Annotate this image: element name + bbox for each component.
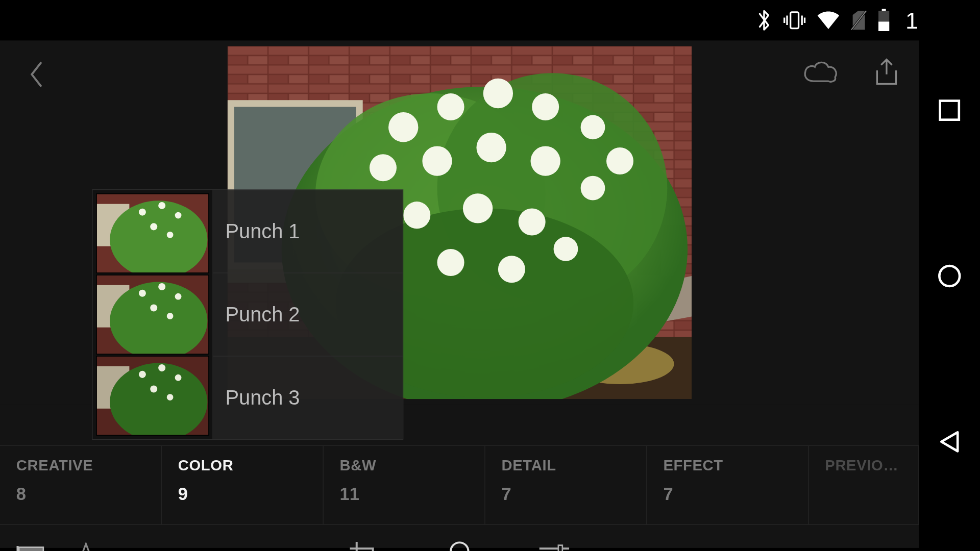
svg-point-50 (158, 283, 165, 290)
svg-point-44 (150, 223, 157, 230)
adjust-button[interactable] (534, 538, 575, 551)
bottom-toolbar: 0 (0, 528, 919, 551)
cat-title: CREATIVE (16, 457, 145, 474)
recent-apps-button[interactable] (933, 95, 966, 129)
app-content: Punch 1 Punch 2 Punch 3 CREATIVE 8 COLOR… (0, 41, 919, 548)
preset-thumbnails (93, 190, 213, 439)
top-actions (800, 53, 906, 93)
svg-point-41 (139, 209, 146, 216)
preset-thumb-2[interactable] (96, 274, 209, 354)
cat-title: EFFECT (663, 457, 792, 474)
cat-count: 7 (663, 484, 792, 505)
svg-rect-72 (940, 101, 959, 120)
cat-count: 7 (501, 484, 630, 505)
preset-item-punch-3[interactable]: Punch 3 (213, 356, 403, 439)
bluetooth-icon (755, 8, 773, 33)
svg-point-51 (175, 293, 182, 300)
svg-point-32 (403, 202, 430, 229)
preset-item-punch-1[interactable]: Punch 1 (213, 190, 403, 273)
cloud-icon (801, 58, 839, 88)
status-bar: 10:13 (0, 0, 980, 41)
crop-icon (349, 540, 381, 551)
svg-point-63 (451, 542, 468, 551)
cloud-sync-button[interactable] (800, 53, 841, 93)
venn-icon (443, 540, 476, 551)
preset-label: Punch 2 (226, 303, 300, 326)
svg-point-59 (175, 374, 182, 381)
crop-button[interactable] (345, 538, 385, 551)
square-icon (938, 99, 961, 124)
svg-point-27 (370, 154, 397, 181)
cat-previous[interactable]: PREVIOUS... (808, 446, 919, 524)
sim-disabled-icon (850, 10, 867, 31)
svg-point-36 (498, 256, 525, 283)
svg-point-60 (150, 386, 157, 393)
preset-item-punch-2[interactable]: Punch 2 (213, 272, 403, 356)
cat-count: 8 (16, 484, 145, 505)
triangle-left-icon (937, 430, 962, 457)
home-button[interactable] (933, 260, 966, 294)
presets-button[interactable] (439, 538, 480, 551)
cat-title: COLOR (178, 457, 307, 474)
svg-point-61 (167, 394, 174, 400)
preset-categories: CREATIVE 8 COLOR 9 B&W 11 DETAIL 7 EFFEC… (0, 445, 919, 524)
svg-rect-3 (882, 9, 886, 11)
battery-icon (877, 9, 891, 32)
vibrate-icon (782, 10, 807, 31)
svg-point-33 (463, 193, 493, 223)
share-icon (872, 57, 901, 89)
svg-point-37 (554, 237, 578, 261)
cat-detail[interactable]: DETAIL 7 (485, 446, 647, 524)
flag-button[interactable] (11, 538, 52, 551)
cat-bw[interactable]: B&W 11 (324, 446, 485, 524)
svg-rect-5 (878, 21, 889, 31)
rating-button[interactable]: 0 (72, 542, 110, 551)
svg-point-23 (483, 79, 513, 108)
cat-title: PREVIOUS... (825, 457, 902, 474)
svg-point-52 (150, 304, 157, 311)
svg-point-29 (476, 133, 506, 162)
cat-effect[interactable]: EFFECT 7 (647, 446, 809, 524)
svg-point-49 (139, 290, 146, 297)
svg-point-24 (532, 93, 559, 120)
svg-point-22 (437, 93, 464, 120)
svg-rect-67 (558, 545, 562, 551)
cat-creative[interactable]: CREATIVE 8 (0, 446, 162, 524)
preset-popup: Punch 1 Punch 2 Punch 3 (92, 189, 403, 440)
svg-point-42 (158, 202, 165, 209)
svg-point-35 (437, 249, 464, 276)
svg-point-25 (581, 115, 605, 139)
device-screen: 10:13 (0, 0, 980, 548)
system-back-button[interactable] (933, 426, 966, 460)
svg-point-26 (606, 147, 633, 174)
svg-point-57 (139, 371, 146, 378)
flag-icon (15, 544, 47, 551)
cat-count: 11 (340, 484, 469, 505)
preset-thumb-1[interactable] (96, 193, 209, 273)
svg-point-31 (581, 176, 605, 201)
preset-label: Punch 1 (226, 220, 300, 243)
star-icon (72, 542, 101, 551)
chevron-left-icon (28, 60, 46, 92)
svg-point-43 (175, 212, 182, 219)
cat-count: 9 (178, 484, 307, 505)
back-button[interactable] (20, 56, 54, 96)
svg-point-58 (158, 364, 165, 371)
svg-rect-62 (19, 547, 43, 551)
sliders-icon (538, 543, 571, 551)
svg-point-28 (422, 146, 452, 176)
circle-icon (937, 263, 962, 292)
preset-label: Punch 3 (226, 386, 300, 409)
share-button[interactable] (866, 53, 907, 93)
svg-point-73 (939, 266, 960, 286)
system-nav-rail (919, 0, 980, 548)
svg-rect-0 (791, 12, 799, 29)
cat-color[interactable]: COLOR 9 (162, 446, 324, 524)
preset-labels: Punch 1 Punch 2 Punch 3 (213, 190, 403, 439)
svg-point-45 (167, 232, 174, 238)
wifi-icon (816, 10, 841, 31)
preset-thumb-3[interactable] (96, 356, 209, 435)
svg-point-34 (519, 208, 546, 235)
svg-point-53 (167, 313, 174, 319)
svg-point-21 (388, 112, 418, 142)
